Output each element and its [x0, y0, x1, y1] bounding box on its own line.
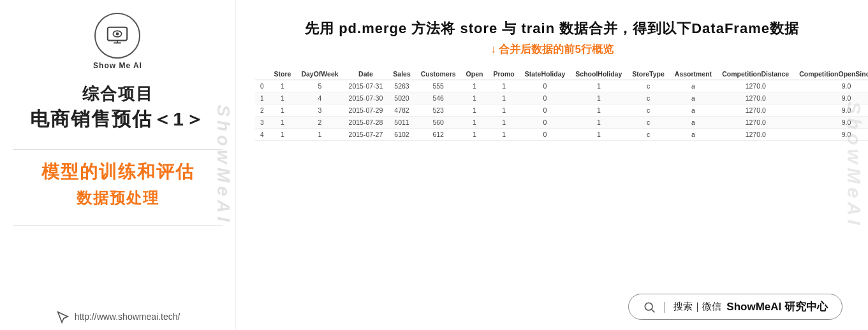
table-cell: 0	[520, 129, 571, 141]
row-index: 3	[255, 117, 269, 129]
table-body: 0152015-07-3152635551101ca1270.09.02008.…	[255, 80, 868, 141]
section-title-2: 电商销售预估＜1＞	[30, 106, 205, 133]
table-cell: 9.0	[794, 104, 868, 117]
table-cell: 1	[570, 92, 627, 104]
table-cell: 9.0	[794, 117, 868, 129]
table-header-1: Store	[269, 68, 297, 80]
svg-point-5	[645, 303, 652, 310]
table-cell: 5263	[388, 80, 415, 92]
logo-area: Show Me AI	[93, 13, 142, 71]
table-header-11: Assortment	[670, 68, 717, 80]
table-cell: 6102	[388, 129, 415, 141]
svg-point-4	[116, 32, 119, 36]
table-row: 1142015-07-3050205461101ca1270.09.02008.…	[255, 92, 868, 104]
table-cell: c	[627, 117, 670, 129]
table-cell: 2015-07-27	[344, 129, 388, 141]
table-cell: 1	[488, 80, 519, 92]
search-brand: ShowMeAI 研究中心	[726, 299, 828, 314]
section-title-1: 综合项目	[82, 83, 154, 105]
divider-1	[13, 149, 223, 150]
table-cell: 555	[416, 80, 461, 92]
section-sub: 数据预处理	[77, 188, 159, 208]
table-cell: 1270.0	[717, 129, 794, 141]
divider-2	[13, 225, 223, 226]
table-cell: 1	[269, 117, 297, 129]
table-cell: 1270.0	[717, 117, 794, 129]
table-cell: 9.0	[794, 80, 868, 92]
table-header-3: Date	[344, 68, 388, 80]
table-cell: c	[627, 92, 670, 104]
table-cell: 1	[570, 80, 627, 92]
table-cell: 2015-07-30	[344, 92, 388, 104]
table-cell: 9.0	[794, 129, 868, 141]
right-panel: 先用 pd.merge 方法将 store 与 train 数据合并，得到以下D…	[236, 0, 868, 330]
table-cell: 1	[570, 117, 627, 129]
table-cell: 1270.0	[717, 104, 794, 117]
table-header-0	[255, 68, 269, 80]
table-cell: 5020	[388, 92, 415, 104]
sub-title: ↓ 合并后数据的前5行概览	[268, 42, 836, 57]
table-header-6: Open	[461, 68, 489, 80]
main-title: 先用 pd.merge 方法将 store 与 train 数据合并，得到以下D…	[268, 19, 836, 38]
logo-icon	[105, 24, 129, 48]
table-row: 3122015-07-2850115601101ca1270.09.02008.…	[255, 117, 868, 129]
table-cell: 2	[296, 117, 343, 129]
table-cell: 1	[269, 92, 297, 104]
search-box[interactable]: | 搜索｜微信 ShowMeAI 研究中心	[628, 294, 842, 320]
watermark-text: ShowMeAI	[213, 104, 233, 226]
data-table: StoreDayOfWeekDateSalesCustomersOpenProm…	[255, 68, 868, 141]
left-watermark: ShowMeAI	[211, 0, 235, 330]
table-header-9: SchoolHoliday	[570, 68, 627, 80]
table-cell: 1	[570, 104, 627, 117]
table-cell: 4782	[388, 104, 415, 117]
logo-circle	[94, 13, 140, 59]
website-text: http://www.showmeai.tech/	[75, 312, 180, 322]
table-cell: a	[670, 104, 717, 117]
logo-text: Show Me AI	[93, 61, 142, 71]
table-cell: 4	[296, 92, 343, 104]
table-cell: 1270.0	[717, 92, 794, 104]
table-row: 2132015-07-2947825231101ca1270.09.02008.…	[255, 104, 868, 117]
table-cell: 1	[488, 104, 519, 117]
search-divider: |	[663, 300, 666, 313]
table-cell: 2015-07-31	[344, 80, 388, 92]
table-header-4: Sales	[388, 68, 415, 80]
table-header-5: Customers	[416, 68, 461, 80]
row-index: 1	[255, 92, 269, 104]
table-cell: 1	[461, 117, 489, 129]
table-cell: 1	[461, 129, 489, 141]
table-cell: c	[627, 129, 670, 141]
table-cell: a	[670, 117, 717, 129]
table-container: StoreDayOfWeekDateSalesCustomersOpenProm…	[236, 62, 868, 286]
table-cell: 1	[461, 92, 489, 104]
svg-line-6	[651, 309, 654, 312]
table-cell: 1	[488, 117, 519, 129]
table-cell: 1	[488, 129, 519, 141]
table-cell: c	[627, 104, 670, 117]
table-header-2: DayOfWeek	[296, 68, 343, 80]
row-index: 2	[255, 104, 269, 117]
table-cell: 0	[520, 92, 571, 104]
left-panel: Show Me AI 综合项目 电商销售预估＜1＞ 模型的训练和评估 数据预处理…	[0, 0, 236, 330]
table-cell: a	[670, 129, 717, 141]
table-cell: 5	[296, 80, 343, 92]
table-cell: c	[627, 80, 670, 92]
table-cell: 546	[416, 92, 461, 104]
table-cell: 0	[520, 80, 571, 92]
table-header-row: StoreDayOfWeekDateSalesCustomersOpenProm…	[255, 68, 868, 80]
table-cell: 1270.0	[717, 80, 794, 92]
bottom-bar: | 搜索｜微信 ShowMeAI 研究中心	[236, 286, 868, 330]
table-cell: 523	[416, 104, 461, 117]
table-cell: 1	[461, 80, 489, 92]
row-index: 0	[255, 80, 269, 92]
table-cell: 1	[570, 129, 627, 141]
table-cell: 0	[520, 117, 571, 129]
table-cell: a	[670, 92, 717, 104]
table-cell: 560	[416, 117, 461, 129]
table-cell: 1	[269, 104, 297, 117]
table-row: 4112015-07-2761026121101ca1270.09.02008.…	[255, 129, 868, 141]
section-highlight: 模型的训练和评估	[41, 160, 195, 184]
website-row: http://www.showmeai.tech/	[55, 303, 180, 324]
table-cell: 1	[269, 129, 297, 141]
table-header-13: CompetitionOpenSinceMonth	[794, 68, 868, 80]
